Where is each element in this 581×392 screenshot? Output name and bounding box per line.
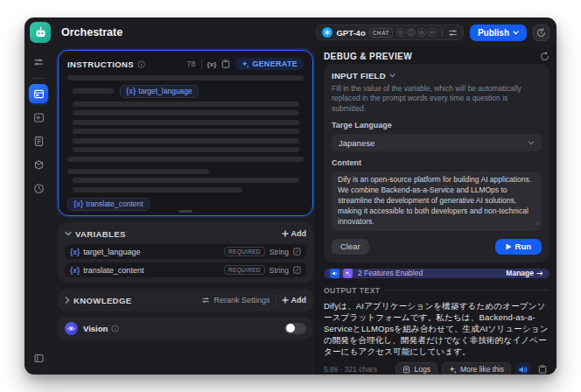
variable-row[interactable]: {x} translate_content REQUIRED String [65, 262, 306, 277]
app-window: Orchestrate GPT-4o CHAT [24, 18, 556, 374]
chevron-down-icon[interactable] [65, 231, 72, 236]
variable-token: {x} [70, 266, 80, 275]
run-button[interactable]: Run [495, 239, 542, 255]
top-bar: Orchestrate GPT-4o CHAT [24, 18, 556, 47]
redacted-line [73, 138, 299, 144]
plus-icon [282, 230, 289, 237]
variable-insert-icon[interactable]: {x} [207, 60, 217, 68]
edit-variable-icon[interactable] [293, 266, 301, 274]
edit-variable-icon[interactable] [293, 248, 301, 256]
publish-label: Publish [478, 28, 509, 38]
redacted-line [67, 75, 304, 80]
sidebar-item-monitoring[interactable] [29, 178, 48, 198]
capability-icon [417, 28, 426, 37]
capability-icon [428, 28, 437, 37]
variable-row[interactable]: {x} target_language REQUIRED String [65, 244, 306, 259]
more-like-this-feature-icon [343, 269, 353, 278]
features-banner[interactable]: 2 Features Enabled Manage [324, 269, 550, 278]
generate-label: GENERATE [252, 60, 298, 68]
left-icon-sidebar [24, 47, 52, 374]
redacted-line [67, 157, 304, 162]
capability-icon [407, 28, 416, 37]
manage-features-link[interactable]: Manage [506, 269, 543, 277]
info-icon [111, 325, 119, 332]
editor-resize-handle[interactable] [178, 210, 192, 213]
redacted-line [73, 120, 299, 125]
vision-label: Vision [83, 324, 108, 333]
add-knowledge-button[interactable]: Add [282, 296, 307, 304]
redacted-line [73, 187, 242, 192]
variable-token: {x} [70, 248, 80, 256]
redacted-line [73, 110, 299, 116]
collapse-sidebar-icon[interactable] [29, 348, 48, 368]
sparkle-icon [242, 60, 249, 68]
add-variable-button[interactable]: Add [282, 229, 307, 238]
refresh-button[interactable] [540, 52, 550, 61]
variable-chip-translate-content[interactable]: {x} translate_content [67, 198, 150, 211]
rerank-settings-button[interactable]: Rerank Settings [201, 296, 270, 304]
play-icon [506, 243, 512, 250]
divider [32, 78, 45, 79]
target-language-label: Targe Language [332, 121, 542, 130]
resize-corner-icon[interactable] [535, 219, 540, 229]
content-value: Dify is an open-source platform for buil… [338, 175, 531, 226]
redacted-line [73, 88, 114, 94]
orchestrate-panel: INSTRUCTIONS 78 {x} GENERATE [52, 47, 317, 374]
model-name: GPT-4o [336, 28, 365, 38]
sidebar-item-orchestrate[interactable] [29, 84, 48, 103]
content-label: Content [332, 158, 542, 167]
knowledge-section: KNOWLEDGE Rerank Settings Add [58, 289, 313, 312]
variable-name: translate_content [83, 266, 144, 275]
redacted-line [73, 147, 299, 152]
openai-logo-icon [322, 27, 332, 38]
clear-button[interactable]: Clear [332, 239, 369, 255]
arrow-right-icon [536, 270, 543, 276]
history-button[interactable] [533, 24, 550, 41]
variables-title: VARIABLES [75, 229, 126, 239]
chevron-down-icon [528, 141, 535, 145]
variable-name: target_language [83, 248, 140, 256]
sidebar-item-api-access[interactable] [29, 108, 48, 127]
output-stats: 5.8s · 321 chars [324, 365, 377, 374]
content-textarea[interactable]: Dify is an open-source platform for buil… [332, 172, 542, 230]
page-title: Orchestrate [61, 26, 122, 38]
model-capability-icons [396, 28, 437, 37]
required-badge: REQUIRED [224, 247, 265, 256]
vision-toggle[interactable] [284, 323, 306, 334]
copy-icon [538, 365, 547, 374]
chevron-down-icon[interactable] [389, 74, 396, 78]
debug-preview-panel: DEBUG & PREVIEW INPUT FIELD Fill in the … [317, 47, 556, 374]
divider [386, 290, 550, 290]
text-to-speech-feature-icon [330, 269, 340, 278]
sidebar-item-logs[interactable] [29, 131, 48, 150]
instructions-title: INSTRUCTIONS [67, 60, 134, 69]
chevron-right-icon[interactable] [65, 297, 70, 304]
speaker-button[interactable] [515, 362, 530, 374]
redacted-line [73, 102, 299, 107]
capability-icon [396, 28, 405, 37]
model-params-icon[interactable] [448, 28, 458, 38]
copy-icon[interactable] [221, 60, 230, 68]
rerank-icon [201, 296, 210, 304]
divider [276, 296, 276, 304]
logs-button[interactable]: Logs [396, 362, 437, 374]
redacted-line [73, 129, 299, 134]
model-selector[interactable]: GPT-4o CHAT [316, 24, 463, 40]
sidebar-item-annotations[interactable] [29, 155, 48, 174]
publish-button[interactable]: Publish [470, 24, 527, 41]
variable-type: String [270, 248, 289, 256]
generate-button[interactable]: GENERATE [235, 58, 304, 70]
app-robot-icon[interactable] [30, 22, 51, 43]
copy-output-button[interactable] [535, 362, 550, 374]
more-like-this-button[interactable]: More like this [442, 362, 511, 374]
adjustments-icon[interactable] [29, 52, 48, 72]
refresh-icon [540, 52, 550, 61]
output-text: Difyは、AIアプリケーションを構築するためのオープンソースプラットフォームで… [324, 300, 550, 357]
instructions-editor[interactable]: INSTRUCTIONS 78 {x} GENERATE [58, 50, 313, 216]
input-field-description: Fill in the value of the variable, which… [332, 84, 542, 114]
chevron-down-icon [513, 31, 519, 35]
target-language-select[interactable]: Japanese [332, 134, 542, 151]
variables-section: VARIABLES Add {x} target_language REQUIR… [58, 222, 313, 283]
variable-chip-target-language[interactable]: {x} target_language [120, 85, 199, 98]
prompt-text-redacted: {x} target_language [67, 75, 304, 211]
